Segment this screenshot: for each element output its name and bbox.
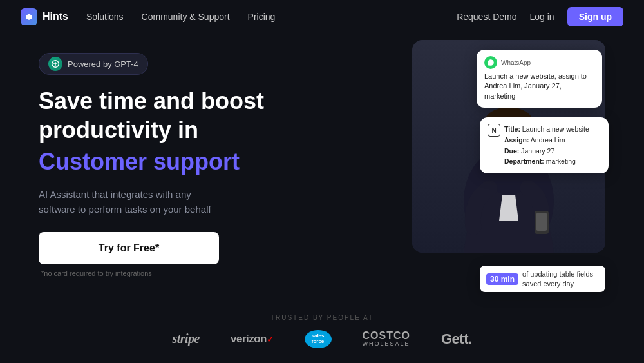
verizon-logo: verizon✓ bbox=[231, 333, 274, 346]
gpt-badge: Powered by GPT-4 bbox=[39, 53, 148, 75]
gpt-icon bbox=[48, 57, 62, 71]
signup-button[interactable]: Sign up bbox=[567, 7, 623, 26]
gett-logo: Gett. bbox=[441, 331, 472, 348]
notion-bubble-row: N Title: Launch a new website Assign: An… bbox=[488, 124, 601, 167]
trusted-label: TRUSTED BY PEOPLE AT bbox=[270, 314, 374, 321]
chat-bubble-notion: N Title: Launch a new website Assign: An… bbox=[480, 117, 609, 173]
request-demo-button[interactable]: Request Demo bbox=[457, 12, 516, 22]
logo[interactable]: Hints bbox=[21, 8, 68, 25]
nav-right: Request Demo Log in Sign up bbox=[457, 7, 623, 26]
hero-left: Powered by GPT-4 Save time and boost pro… bbox=[39, 46, 322, 299]
bubble-1-text: Launch a new website, assign to Andrea L… bbox=[484, 72, 594, 101]
notion-icon: N bbox=[488, 124, 500, 137]
svg-rect-8 bbox=[536, 213, 547, 231]
time-highlight: 30 min bbox=[486, 273, 518, 285]
gpt-badge-label: Powered by GPT-4 bbox=[68, 59, 138, 69]
navbar: Hints Solutions Community & Support Pric… bbox=[0, 0, 644, 34]
hero-headline-line1: Save time and boost productivity in bbox=[39, 86, 322, 144]
time-saved-badge: 30 min of updating table fields saved ev… bbox=[480, 266, 605, 292]
nav-link-solutions[interactable]: Solutions bbox=[86, 12, 124, 22]
bubble-header: WhatsApp bbox=[484, 56, 594, 69]
logo-text: Hints bbox=[43, 11, 68, 23]
login-button[interactable]: Log in bbox=[530, 12, 554, 22]
notion-fields: Title: Launch a new website Assign: Andr… bbox=[504, 124, 589, 167]
logo-icon bbox=[21, 8, 37, 25]
salesforce-logo: salesforce bbox=[305, 330, 332, 348]
cta-note: *no card required to try integrations bbox=[41, 270, 322, 277]
stripe-logo: stripe bbox=[172, 331, 200, 346]
nav-link-community[interactable]: Community & Support bbox=[142, 12, 230, 22]
trusted-logos: stripe verizon✓ salesforce COSTCO WHOLES… bbox=[172, 330, 471, 348]
hero-subtitle: AI Assistant that integrates with any so… bbox=[39, 188, 245, 217]
costco-logo: COSTCO WHOLESALE bbox=[363, 331, 410, 347]
hero-headline-accent: Customer support bbox=[39, 147, 322, 176]
whatsapp-icon bbox=[484, 56, 497, 69]
nav-link-pricing[interactable]: Pricing bbox=[248, 12, 276, 22]
try-free-button[interactable]: Try for Free* bbox=[39, 232, 219, 264]
time-text: of updating table fields saved every day bbox=[522, 270, 599, 288]
trusted-section: TRUSTED BY PEOPLE AT stripe verizon✓ sal… bbox=[0, 299, 644, 363]
nav-left: Hints Solutions Community & Support Pric… bbox=[21, 8, 275, 25]
hero-section: Powered by GPT-4 Save time and boost pro… bbox=[0, 34, 644, 299]
hero-right: WhatsApp Launch a new website, assign to… bbox=[322, 46, 605, 299]
chat-bubble-whatsapp: WhatsApp Launch a new website, assign to… bbox=[477, 50, 602, 108]
